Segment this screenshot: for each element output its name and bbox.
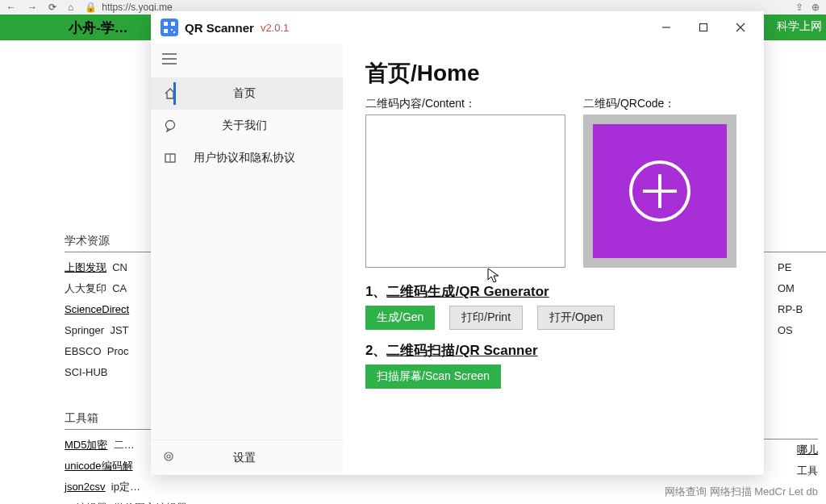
window-maximize-button[interactable] bbox=[685, 15, 722, 40]
bg-link[interactable]: unicode编码解 bbox=[65, 460, 133, 472]
sidebar-item-label: 设置 bbox=[178, 451, 343, 465]
svg-rect-3 bbox=[171, 29, 173, 31]
window-close-button[interactable] bbox=[722, 15, 759, 40]
qr-preview-frame bbox=[583, 115, 736, 268]
ext-icon[interactable]: ⊕ bbox=[811, 2, 820, 13]
sidebar-item-privacy[interactable]: 用户协议和隐私协议 bbox=[151, 142, 343, 174]
svg-point-16 bbox=[167, 455, 170, 458]
lock-icon: 🔒 bbox=[85, 2, 97, 13]
sidebar-item-about[interactable]: 关于我们 bbox=[151, 110, 343, 142]
app-version: v2.0.1 bbox=[261, 22, 289, 34]
share-icon[interactable]: ⇪ bbox=[795, 2, 803, 13]
svg-rect-0 bbox=[164, 22, 168, 26]
sidebar-item-home[interactable]: 首页 bbox=[151, 77, 343, 110]
sidebar-item-label: 关于我们 bbox=[178, 119, 343, 133]
qrcode-label: 二维码/QRCode： bbox=[583, 97, 745, 111]
svg-rect-1 bbox=[171, 22, 175, 26]
section-generator-title: 1、二维码生成/QR Generator bbox=[365, 282, 745, 301]
gear-icon bbox=[162, 450, 178, 465]
vpn-link[interactable]: 科学上网 bbox=[777, 19, 822, 34]
window-minimize-button[interactable] bbox=[648, 15, 685, 40]
app-name: QR Scanner bbox=[185, 21, 254, 35]
plus-circle-icon bbox=[624, 155, 696, 227]
home-icon bbox=[162, 87, 178, 100]
bg-link[interactable]: 上图发现 bbox=[65, 261, 106, 273]
sidebar-item-settings[interactable]: 设置 bbox=[151, 439, 343, 475]
content-label: 二维码内容/Content： bbox=[365, 97, 565, 111]
section-scanner-title: 2、二维码扫描/QR Scanner bbox=[365, 341, 745, 360]
scan-screen-button[interactable]: 扫描屏幕/Scan Screen bbox=[365, 364, 501, 389]
page-title: 首页/Home bbox=[365, 58, 745, 89]
bg-tools-heading: 工具箱 bbox=[65, 411, 161, 430]
window-titlebar[interactable]: QR Scanner v2.0.1 bbox=[151, 11, 764, 44]
svg-point-12 bbox=[166, 121, 175, 130]
svg-rect-4 bbox=[173, 31, 175, 33]
qr-content-textarea[interactable] bbox=[365, 115, 565, 268]
document-icon bbox=[162, 152, 178, 165]
nav-refresh-icon[interactable]: ⟳ bbox=[48, 2, 56, 13]
site-title: 小舟-学… bbox=[69, 19, 128, 37]
qr-add-button[interactable] bbox=[593, 124, 727, 258]
bg-link[interactable]: ScienceDirect bbox=[65, 303, 129, 315]
qr-scanner-window: QR Scanner v2.0.1 首页 关于我们 bbox=[151, 11, 764, 475]
bg-link[interactable]: json2csv bbox=[65, 481, 106, 493]
svg-rect-6 bbox=[700, 24, 707, 31]
nav-back-icon[interactable]: ← bbox=[6, 2, 16, 13]
sidebar: 首页 关于我们 用户协议和隐私协议 设置 bbox=[151, 44, 343, 475]
open-button[interactable]: 打开/Open bbox=[537, 306, 615, 330]
nav-home-icon[interactable]: ⌂ bbox=[68, 2, 73, 13]
sidebar-item-label: 首页 bbox=[178, 86, 343, 101]
bg-link[interactable]: 哪儿 bbox=[797, 444, 818, 456]
print-button[interactable]: 打印/Print bbox=[449, 306, 523, 330]
chat-icon bbox=[162, 119, 178, 132]
app-logo-icon bbox=[161, 19, 178, 36]
svg-point-15 bbox=[165, 452, 173, 460]
bg-link[interactable]: MD5加密 bbox=[65, 439, 107, 451]
sidebar-item-label: 用户协议和隐私协议 bbox=[178, 151, 343, 165]
nav-fwd-icon[interactable]: → bbox=[27, 2, 37, 13]
main-content: 首页/Home 二维码内容/Content： 二维码/QRCode： bbox=[343, 44, 764, 475]
svg-rect-2 bbox=[164, 29, 168, 33]
generate-button[interactable]: 生成/Gen bbox=[365, 306, 435, 330]
hamburger-button[interactable] bbox=[151, 44, 343, 77]
